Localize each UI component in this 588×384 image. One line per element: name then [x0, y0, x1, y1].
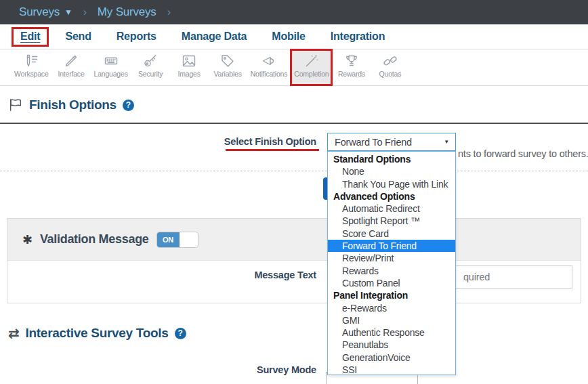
- dashed-divider: [0, 171, 588, 171]
- nav-tab[interactable]: Integration: [331, 30, 385, 43]
- toolbar-item-label: Completion: [294, 70, 329, 78]
- survey-mode-label: Survey Mode: [257, 364, 316, 375]
- finish-option-list: Standard Options None Thank You Page wit…: [327, 151, 456, 375]
- toolbar-item[interactable]: Languages: [91, 49, 131, 85]
- breadcrumb-separator-icon: ›: [167, 6, 171, 18]
- toolbar-item-label: Security: [138, 70, 163, 78]
- nav-tab[interactable]: Manage Data: [182, 30, 247, 43]
- toolbar-item[interactable]: Completion: [291, 49, 332, 85]
- validation-toggle[interactable]: ON: [156, 232, 198, 248]
- languages-keyboard-icon: [102, 52, 120, 69]
- asterisk-icon: ✱: [22, 232, 33, 247]
- toolbar-item[interactable]: Images: [170, 49, 209, 85]
- toolbar-item-label: Images: [178, 70, 201, 78]
- validation-message-title: Validation Message: [40, 232, 149, 247]
- flag-icon: [8, 98, 23, 112]
- toolbar-item-label: Quotas: [379, 70, 402, 78]
- info-text-fragment: nts to forward survey to others.: [458, 148, 588, 159]
- toolbar-item[interactable]: Quotas: [371, 49, 409, 85]
- annotation-underline: [226, 149, 319, 151]
- dropdown-option[interactable]: Review/Print: [328, 252, 455, 264]
- toggle-on-label: ON: [157, 232, 180, 247]
- quotas-links-icon: [381, 52, 399, 69]
- dropdown-option[interactable]: e-Rewards: [328, 302, 455, 314]
- breadcrumb-my-surveys[interactable]: My Surveys: [98, 5, 156, 19]
- main-nav: Edit Send Reports Manage Data Mobile Int…: [0, 24, 588, 49]
- breadcrumb: Surveys ▼ › My Surveys ›: [0, 0, 588, 24]
- toolbar-item-label: Rewards: [338, 70, 365, 78]
- toolbar-item-label: Workspace: [14, 70, 49, 78]
- validation-message-section: ✱ Validation Message ON: [7, 218, 581, 303]
- nav-tab[interactable]: Send: [65, 30, 91, 43]
- section-divider: [0, 123, 588, 124]
- nav-tab[interactable]: Mobile: [272, 30, 305, 43]
- finish-options-title: Finish Options: [29, 98, 117, 112]
- toolbar-item[interactable]: Workspace: [11, 49, 52, 85]
- dropdown-option[interactable]: Automatic Redirect: [328, 202, 455, 215]
- toolbar-item-label: Languages: [94, 70, 128, 78]
- toolbar-item-label: Notifications: [251, 70, 288, 78]
- dropdown-option[interactable]: GMI: [328, 314, 455, 326]
- interactive-tools-heading: ⇄ Interactive Survey Tools ?: [8, 324, 186, 343]
- selected-finish-option: Forward To Friend: [328, 137, 444, 148]
- select-finish-option-label: Select Finish Option: [224, 136, 316, 147]
- variables-tag-icon: [219, 52, 236, 69]
- images-picture-icon: [180, 52, 198, 69]
- dropdown-option[interactable]: Advanced Options: [328, 190, 455, 202]
- toolbar-item[interactable]: Interface: [52, 49, 91, 85]
- toolbar-item[interactable]: Notifications: [247, 49, 291, 85]
- chevron-down-icon: ▼: [64, 7, 72, 17]
- security-key-icon: [142, 52, 159, 69]
- toolbar-item[interactable]: Variables: [209, 49, 247, 85]
- help-icon[interactable]: ?: [175, 328, 186, 339]
- toolbar-item[interactable]: Rewards: [332, 49, 371, 85]
- forward-info-text: nts to forward survey to others. ?: [458, 148, 588, 159]
- rewards-trophy-icon: [343, 52, 360, 69]
- workspace-pen-icon: [22, 52, 40, 69]
- finish-option-select[interactable]: Forward To Friend ▼: [327, 133, 456, 151]
- dropdown-option[interactable]: Panel Integration: [328, 289, 455, 301]
- nav-tab[interactable]: Reports: [117, 30, 156, 43]
- dropdown-option[interactable]: Authentic Response: [328, 326, 455, 339]
- help-icon[interactable]: ?: [123, 100, 134, 111]
- completion-wand-icon: [303, 52, 320, 69]
- validation-message-header: ✱ Validation Message ON: [7, 219, 581, 261]
- nav-tab[interactable]: Edit: [12, 27, 49, 47]
- dropdown-option[interactable]: Custom Panel: [328, 277, 455, 289]
- interface-brush-icon: [62, 52, 80, 69]
- toolbar-item[interactable]: Security: [131, 49, 170, 85]
- breadcrumb-separator-icon: ›: [83, 6, 87, 18]
- dropdown-option[interactable]: GenerationVoice: [328, 351, 455, 364]
- finish-options-heading: Finish Options ?: [8, 95, 134, 114]
- dropdown-option[interactable]: Peanutlabs: [328, 339, 455, 351]
- toolbar-item-label: Variables: [214, 70, 242, 78]
- breadcrumb-surveys[interactable]: Surveys ▼: [19, 5, 72, 19]
- breadcrumb-surveys-label: Surveys: [19, 5, 60, 19]
- interactive-tools-title: Interactive Survey Tools: [26, 326, 169, 341]
- dropdown-option[interactable]: Spotlight Report ™: [328, 215, 455, 227]
- message-text-label: Message Text: [254, 270, 316, 280]
- dropdown-option[interactable]: None: [328, 165, 455, 177]
- arrows-icon: ⇄: [8, 325, 20, 341]
- dropdown-option[interactable]: Score Card: [328, 228, 455, 240]
- dropdown-option[interactable]: Rewards: [328, 265, 455, 277]
- toolbar-item-label: Interface: [58, 70, 85, 78]
- dropdown-option[interactable]: Standard Options: [328, 153, 455, 165]
- edit-toolbar: Workspace Interface Languages Security I…: [0, 49, 588, 86]
- dropdown-option[interactable]: SSI: [328, 364, 455, 376]
- dropdown-option[interactable]: Thank You Page with Link: [328, 178, 455, 190]
- notifications-megaphone-icon: [260, 52, 278, 69]
- dropdown-option[interactable]: Forward To Friend: [328, 240, 455, 252]
- dropdown-arrow-icon: ▼: [444, 139, 455, 145]
- page: Surveys ▼ › My Surveys › Edit Send Repor…: [0, 0, 588, 384]
